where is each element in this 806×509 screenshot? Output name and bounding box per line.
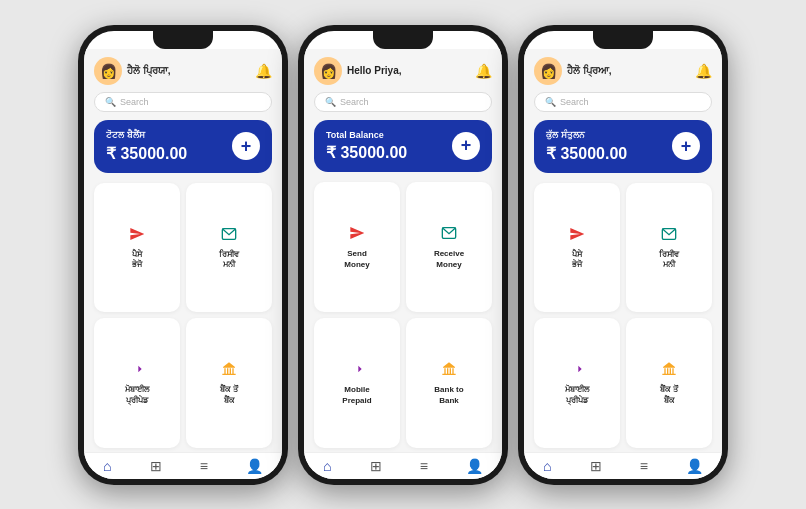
- app-content-2: 👩 ਹੈਲੋ ਪ੍ਰਿਆ, 🔔 🔍 Search ਕੁੱਲ ਸੰਤੁਲਨ ₹ 3…: [524, 49, 722, 452]
- service-icon-1: [661, 226, 677, 246]
- search-bar-1[interactable]: 🔍 Search: [314, 92, 492, 112]
- service-icon-2: [129, 361, 145, 381]
- search-icon-1: 🔍: [325, 97, 336, 107]
- app-content-1: 👩 Hello Priya, 🔔 🔍 Search Total Balance …: [304, 49, 502, 452]
- nav-history-2[interactable]: ≡: [640, 458, 648, 474]
- service-icon-0: [569, 226, 585, 246]
- header-0: 👩 ਹੈਲੋ ਪ੍ਰਿਯਾ, 🔔: [94, 57, 272, 85]
- phone-inner-2: 👩 ਹੈਲੋ ਪ੍ਰਿਆ, 🔔 🔍 Search ਕੁੱਲ ਸੰਤੁਲਨ ₹ 3…: [524, 31, 722, 479]
- bottom-nav-1: ⌂ ⊞ ≡ 👤: [304, 452, 502, 479]
- balance-info-2: ਕੁੱਲ ਸੰਤੁਲਨ ₹ 35000.00: [546, 130, 627, 163]
- balance-card-0: ਟੋਟਲ ਬੈਲੈਂਸ ₹ 35000.00 +: [94, 120, 272, 173]
- nav-profile-1[interactable]: 👤: [466, 458, 483, 474]
- services-grid-2: ਪੈਸੇਭੇਜੋ ਰਿਸੀਵਮਨੀ ਮੋਬਾਈਲਪ੍ਰੀਪੇਡ ਬੈਂਕ ਤੋਂ…: [534, 183, 712, 448]
- balance-info-0: ਟੋਟਲ ਬੈਲੈਂਸ ₹ 35000.00: [106, 130, 187, 163]
- avatar-1: 👩: [314, 57, 342, 85]
- service-icon-3: [661, 361, 677, 381]
- service-label-2: MobilePrepaid: [342, 385, 371, 406]
- service-item-1[interactable]: ਰਿਸੀਵਮਨੀ: [626, 183, 712, 313]
- search-bar-2[interactable]: 🔍 Search: [534, 92, 712, 112]
- service-item-0[interactable]: SendMoney: [314, 182, 400, 312]
- service-item-3[interactable]: ਬੈਂਕ ਤੋਂਬੈਂਕ: [186, 318, 272, 448]
- greeting-1: Hello Priya,: [347, 65, 401, 76]
- search-icon-2: 🔍: [545, 97, 556, 107]
- search-placeholder-0: Search: [120, 97, 149, 107]
- service-label-0: ਪੈਸੇਭੇਜੋ: [132, 250, 142, 271]
- service-label-3: ਬੈਂਕ ਤੋਂਬੈਂਕ: [220, 385, 237, 406]
- notch-2: [593, 31, 653, 49]
- header-1: 👩 Hello Priya, 🔔: [314, 57, 492, 85]
- service-icon-3: [221, 361, 237, 381]
- service-label-2: ਮੋਬਾਈਲਪ੍ਰੀਪੇਡ: [565, 385, 589, 406]
- service-icon-1: [441, 225, 457, 245]
- add-money-btn-0[interactable]: +: [232, 132, 260, 160]
- nav-grid-2[interactable]: ⊞: [590, 458, 602, 474]
- balance-card-2: ਕੁੱਲ ਸੰਤੁਲਨ ₹ 35000.00 +: [534, 120, 712, 173]
- balance-amount-2: ₹ 35000.00: [546, 144, 627, 163]
- service-label-2: ਮੋਬਾਈਲਪ੍ਰੀਪੇਡ: [125, 385, 149, 406]
- nav-home-2[interactable]: ⌂: [543, 458, 551, 474]
- balance-card-1: Total Balance ₹ 35000.00 +: [314, 120, 492, 172]
- service-item-2[interactable]: MobilePrepaid: [314, 318, 400, 448]
- notch-0: [153, 31, 213, 49]
- services-grid-0: ਪੈਸੇਭੇਜੋ ਰਿਸੀਵਮਨੀ ਮੋਬਾਈਲਪ੍ਰੀਪੇਡ ਬੈਂਕ ਤੋਂ…: [94, 183, 272, 448]
- balance-amount-1: ₹ 35000.00: [326, 143, 407, 162]
- service-label-1: ਰਿਸੀਵਮਨੀ: [219, 250, 239, 271]
- nav-home-0[interactable]: ⌂: [103, 458, 111, 474]
- search-placeholder-2: Search: [560, 97, 589, 107]
- phone-inner-0: 👩 ਹੈਲੋ ਪ੍ਰਿਯਾ, 🔔 🔍 Search ਟੋਟਲ ਬੈਲੈਂਸ ₹ …: [84, 31, 282, 479]
- phone-1: 👩 ਹੈਲੋ ਪ੍ਰਿਯਾ, 🔔 🔍 Search ਟੋਟਲ ਬੈਲੈਂਸ ₹ …: [78, 25, 288, 485]
- search-placeholder-1: Search: [340, 97, 369, 107]
- bell-icon-2[interactable]: 🔔: [695, 63, 712, 79]
- nav-history-0[interactable]: ≡: [200, 458, 208, 474]
- service-item-2[interactable]: ਮੋਬਾਈਲਪ੍ਰੀਪੇਡ: [534, 318, 620, 448]
- nav-grid-1[interactable]: ⊞: [370, 458, 382, 474]
- service-item-2[interactable]: ਮੋਬਾਈਲਪ੍ਰੀਪੇਡ: [94, 318, 180, 448]
- services-grid-1: SendMoney ReceiveMoney MobilePrepaid Ban…: [314, 182, 492, 448]
- service-item-3[interactable]: Bank toBank: [406, 318, 492, 448]
- service-item-3[interactable]: ਬੈਂਕ ਤੋਂਬੈਂਕ: [626, 318, 712, 448]
- balance-label-1: Total Balance: [326, 130, 407, 140]
- search-bar-0[interactable]: 🔍 Search: [94, 92, 272, 112]
- service-label-1: ਰਿਸੀਵਮਨੀ: [659, 250, 679, 271]
- nav-grid-0[interactable]: ⊞: [150, 458, 162, 474]
- balance-label-2: ਕੁੱਲ ਸੰਤੁਲਨ: [546, 130, 627, 141]
- greeting-0: ਹੈਲੋ ਪ੍ਰਿਯਾ,: [127, 65, 171, 77]
- bell-icon-0[interactable]: 🔔: [255, 63, 272, 79]
- service-icon-0: [349, 225, 365, 245]
- service-label-3: ਬੈਂਕ ਤੋਂਬੈਂਕ: [660, 385, 677, 406]
- balance-label-0: ਟੋਟਲ ਬੈਲੈਂਸ: [106, 130, 187, 141]
- avatar-2: 👩: [534, 57, 562, 85]
- service-icon-2: [349, 361, 365, 381]
- nav-profile-0[interactable]: 👤: [246, 458, 263, 474]
- nav-history-1[interactable]: ≡: [420, 458, 428, 474]
- service-icon-0: [129, 226, 145, 246]
- nav-profile-2[interactable]: 👤: [686, 458, 703, 474]
- phone-inner-1: 👩 Hello Priya, 🔔 🔍 Search Total Balance …: [304, 31, 502, 479]
- service-label-0: ਪੈਸੇਭੇਜੋ: [572, 250, 582, 271]
- header-2: 👩 ਹੈਲੋ ਪ੍ਰਿਆ, 🔔: [534, 57, 712, 85]
- balance-amount-0: ₹ 35000.00: [106, 144, 187, 163]
- avatar-0: 👩: [94, 57, 122, 85]
- service-label-0: SendMoney: [344, 249, 369, 270]
- header-left-2: 👩 ਹੈਲੋ ਪ੍ਰਿਆ,: [534, 57, 612, 85]
- app-content-0: 👩 ਹੈਲੋ ਪ੍ਰਿਯਾ, 🔔 🔍 Search ਟੋਟਲ ਬੈਲੈਂਸ ₹ …: [84, 49, 282, 452]
- nav-home-1[interactable]: ⌂: [323, 458, 331, 474]
- service-item-0[interactable]: ਪੈਸੇਭੇਜੋ: [94, 183, 180, 313]
- add-money-btn-2[interactable]: +: [672, 132, 700, 160]
- header-left-1: 👩 Hello Priya,: [314, 57, 401, 85]
- service-item-1[interactable]: ਰਿਸੀਵਮਨੀ: [186, 183, 272, 313]
- service-label-3: Bank toBank: [434, 385, 463, 406]
- search-icon-0: 🔍: [105, 97, 116, 107]
- phone-3: 👩 ਹੈਲੋ ਪ੍ਰਿਆ, 🔔 🔍 Search ਕੁੱਲ ਸੰਤੁਲਨ ₹ 3…: [518, 25, 728, 485]
- service-item-0[interactable]: ਪੈਸੇਭੇਜੋ: [534, 183, 620, 313]
- greeting-2: ਹੈਲੋ ਪ੍ਰਿਆ,: [567, 65, 612, 77]
- add-money-btn-1[interactable]: +: [452, 132, 480, 160]
- service-item-1[interactable]: ReceiveMoney: [406, 182, 492, 312]
- balance-info-1: Total Balance ₹ 35000.00: [326, 130, 407, 162]
- bottom-nav-2: ⌂ ⊞ ≡ 👤: [524, 452, 722, 479]
- bottom-nav-0: ⌂ ⊞ ≡ 👤: [84, 452, 282, 479]
- service-icon-1: [221, 226, 237, 246]
- header-left-0: 👩 ਹੈਲੋ ਪ੍ਰਿਯਾ,: [94, 57, 171, 85]
- bell-icon-1[interactable]: 🔔: [475, 63, 492, 79]
